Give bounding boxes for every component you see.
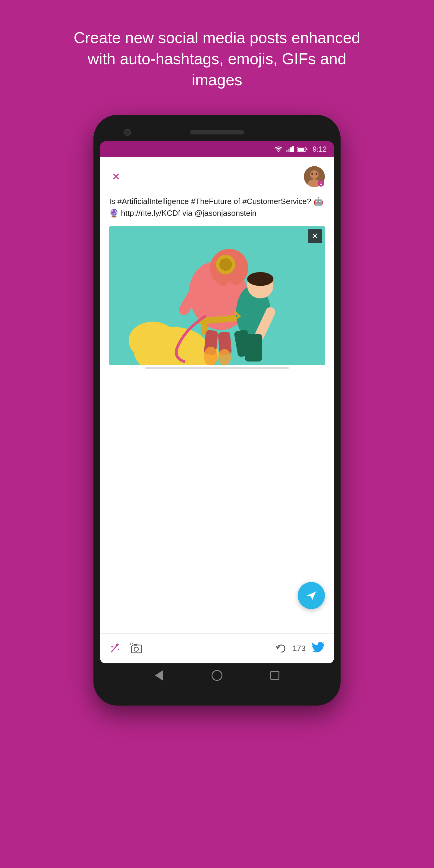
send-icon [305,589,318,602]
bottom-toolbar: ✦ ✦ ✦ + [100,633,334,663]
svg-point-37 [134,647,138,651]
svg-rect-2 [298,148,304,151]
phone-notch [100,123,334,141]
hero-heading: Create new social media posts enhanced w… [36,0,398,109]
status-icons: 9:12 [274,145,327,153]
svg-text:✦: ✦ [115,644,118,647]
send-fab-button[interactable] [298,582,325,609]
wifi-icon [274,146,283,153]
svg-point-5 [310,170,318,179]
toolbar-right: 173 [275,642,325,655]
svg-point-0 [278,151,279,152]
battery-icon [297,146,308,152]
app-header-row: ✕ 1 [109,166,325,187]
svg-rect-38 [134,644,137,646]
post-illustration [109,226,325,365]
svg-point-23 [247,272,273,286]
status-bar: 9:12 [100,141,334,157]
undo-icon [275,643,287,653]
magic-wand-button[interactable]: ✦ ✦ ✦ [109,642,121,654]
recents-icon [270,671,279,680]
add-image-button[interactable]: + [130,643,143,654]
twitter-share-button[interactable] [312,642,325,655]
svg-text:✦: ✦ [110,644,114,649]
svg-point-8 [315,173,317,175]
undo-button[interactable] [275,643,287,654]
back-button[interactable] [153,670,165,681]
signal-icon [286,146,294,152]
image-close-icon: ✕ [312,231,318,241]
app-content: ✕ 1 Is #ArtificialIntellige [100,157,334,633]
toolbar-left: ✦ ✦ ✦ + [109,642,143,654]
scroll-indicator [145,367,289,369]
avatar-badge: 1 [318,180,324,187]
svg-text:+: + [130,643,132,647]
svg-point-30 [218,349,231,365]
svg-rect-3 [306,148,307,150]
recents-button[interactable] [269,670,281,681]
phone-mockup: 9:12 ✕ [93,115,341,706]
phone-nav-bar [100,663,334,687]
phone-speaker [190,130,244,134]
svg-point-16 [219,258,232,270]
svg-point-7 [311,173,313,175]
home-icon [212,670,222,681]
image-close-button[interactable]: ✕ [308,229,322,243]
close-icon: ✕ [112,172,120,182]
avatar-wrapper[interactable]: 1 [304,166,325,187]
phone-camera [124,129,131,135]
phone-screen: ✕ 1 Is #ArtificialIntellige [100,157,334,663]
add-image-icon: + [130,643,143,654]
back-icon [155,670,163,681]
home-button[interactable] [211,670,223,681]
twitter-icon [312,642,325,654]
post-image: ✕ [109,226,325,365]
post-text[interactable]: Is #ArtificialIntelligence #TheFuture of… [109,195,325,219]
char-count: 173 [293,644,306,653]
compose-area[interactable] [109,371,325,492]
close-button[interactable]: ✕ [109,170,123,184]
svg-text:✦: ✦ [118,648,120,651]
magic-wand-icon: ✦ ✦ ✦ [109,642,121,654]
status-time: 9:12 [313,145,327,153]
